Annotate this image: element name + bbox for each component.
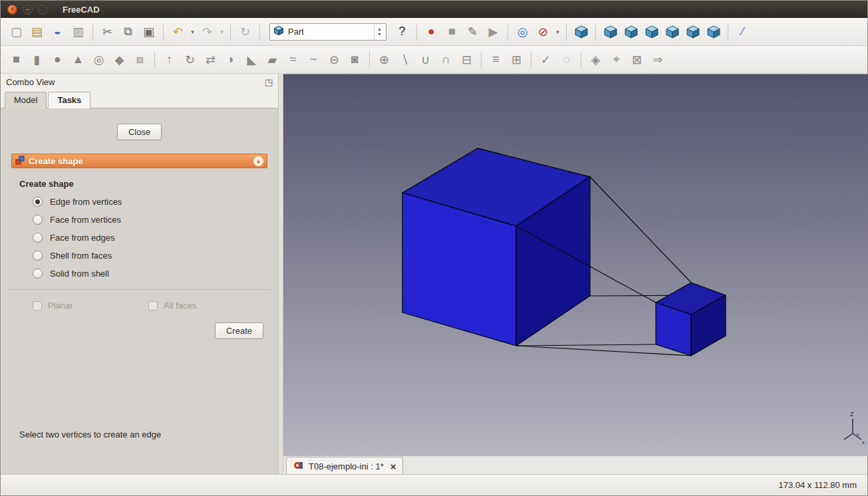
macro-edit-icon[interactable]: ✎ — [462, 22, 483, 42]
3d-viewport[interactable]: Z Y x — [283, 74, 867, 455]
window-minimize-button[interactable]: – — [23, 5, 33, 15]
part-offset-icon[interactable]: ⊖ — [324, 50, 345, 70]
checkbox-label: All faces — [164, 301, 196, 310]
copy-icon[interactable]: ⧉ — [118, 22, 138, 42]
paste-icon[interactable]: ▣ — [138, 22, 159, 42]
toolbar-separator — [416, 23, 417, 41]
toolbar-part: ■▮●▲◎◆⧈↑↻⇄◗◣▰≈~⊖◙⊕∖∪∩⊟≡⊞✓◌◈⌖⊠⇒ — [1, 46, 867, 74]
view-right-icon[interactable] — [641, 22, 662, 42]
open-document-icon[interactable]: ▤ — [27, 22, 47, 42]
toolbar-separator — [507, 23, 508, 41]
part-torus-icon[interactable]: ◎ — [88, 50, 109, 70]
status-bar: 173.04 x 112.80 mm — [1, 474, 867, 495]
redo-icon[interactable]: ↷ — [197, 22, 217, 42]
part-mirror-icon[interactable]: ⇄ — [200, 50, 221, 70]
dock-float-icon[interactable]: ◳ — [265, 77, 273, 87]
print-icon[interactable]: ▥ — [68, 22, 88, 42]
create-button[interactable]: Create — [215, 322, 263, 339]
radio-face-from-vertices[interactable]: Face from vertices — [33, 215, 271, 225]
part-union-icon[interactable]: ∪ — [415, 50, 436, 70]
part-sweep-icon[interactable]: ~ — [303, 50, 324, 70]
part-thickness-icon[interactable]: ◙ — [345, 50, 365, 70]
radio-indicator — [33, 197, 43, 207]
part-primitives-icon[interactable]: ◆ — [109, 50, 130, 70]
close-button[interactable]: Close — [117, 124, 162, 140]
part-shape-builder-icon[interactable]: ⧈ — [130, 50, 150, 70]
radio-shell-from-faces[interactable]: Shell from faces — [33, 251, 271, 261]
view-bottom-icon[interactable] — [682, 22, 703, 42]
save-document-icon[interactable]: ◒ — [47, 22, 68, 42]
axis-y-label: Y — [856, 432, 860, 438]
tab-tasks[interactable]: Tasks — [48, 92, 90, 108]
toolbar-separator — [728, 23, 728, 41]
part-refine-shape-icon[interactable]: ◈ — [585, 50, 606, 70]
radio-edge-from-vertices[interactable]: Edge from vertices — [33, 197, 271, 207]
checkbox-planar[interactable]: Planar — [33, 301, 148, 310]
refresh-icon[interactable]: ↻ — [235, 22, 255, 42]
part-loft-icon[interactable]: ≈ — [283, 50, 303, 70]
part-migrate-sketch-icon[interactable]: ⇒ — [647, 50, 668, 70]
document-tab-close-icon[interactable]: × — [390, 461, 396, 472]
toolbar-part-group: ■▮●▲◎◆⧈↑↻⇄◗◣▰≈~⊖◙⊕∖∪∩⊟≡⊞✓◌◈⌖⊠⇒ — [6, 50, 668, 70]
separator-line — [9, 289, 270, 290]
radio-solid-from-shell[interactable]: Solid from shell — [33, 269, 271, 279]
workbench-part-icon — [273, 25, 284, 38]
part-extrude-icon[interactable]: ↑ — [159, 50, 180, 70]
part-revolve-icon[interactable]: ↻ — [180, 50, 200, 70]
new-document-icon[interactable]: ▢ — [6, 22, 27, 42]
part-fillet-icon[interactable]: ◗ — [221, 50, 241, 70]
draw-style-dropdown-icon[interactable]: ▾ — [553, 22, 562, 42]
part-edit-attachment-icon[interactable]: ⌖ — [606, 50, 627, 70]
undo-icon[interactable]: ↶ — [168, 22, 188, 42]
toolbar-separator — [163, 23, 164, 41]
radio-face-from-edges[interactable]: Face from edges — [33, 233, 271, 243]
redo-dropdown-icon[interactable]: ▾ — [217, 22, 226, 42]
cut-icon[interactable]: ✂ — [97, 22, 118, 42]
tasks-panel: Close Create shape ▲ Create shape Edge f… — [1, 108, 278, 474]
document-tab[interactable]: T08-ejemplo-ini : 1* × — [286, 457, 403, 475]
window-maximize-button[interactable] — [38, 5, 48, 15]
radio-indicator — [33, 233, 43, 243]
part-box-icon[interactable]: ■ — [6, 50, 27, 70]
part-section-icon[interactable]: ⊟ — [456, 50, 477, 70]
part-boolean-icon[interactable]: ⊕ — [374, 50, 394, 70]
tab-model[interactable]: Model — [5, 92, 47, 108]
window-title: FreeCAD — [63, 5, 100, 15]
part-explode-compound-icon[interactable]: ⊠ — [627, 50, 647, 70]
view-top-icon[interactable] — [621, 22, 641, 42]
create-shape-section-title: Create shape — [19, 179, 271, 189]
macro-execute-icon[interactable]: ▶ — [483, 22, 504, 42]
window-close-button[interactable]: × — [7, 5, 17, 15]
part-cross-sections-icon[interactable]: ≡ — [486, 50, 506, 70]
workbench-selector[interactable]: Part ▲▼ — [269, 23, 386, 41]
part-ruled-surface-icon[interactable]: ▰ — [262, 50, 283, 70]
create-shape-header[interactable]: Create shape ▲ — [11, 154, 267, 168]
draw-style-icon[interactable]: ⊘ — [533, 22, 553, 42]
fit-all-icon[interactable]: ◎ — [512, 22, 533, 42]
undo-dropdown-icon[interactable]: ▾ — [188, 22, 197, 42]
toolbar-separator — [566, 23, 567, 41]
part-defeaturing-icon[interactable]: ◌ — [556, 50, 577, 70]
part-intersection-icon[interactable]: ∩ — [436, 50, 456, 70]
checkbox-all-faces[interactable]: All faces — [148, 301, 196, 310]
view-left-icon[interactable] — [703, 22, 724, 42]
view-axonometric-icon[interactable] — [571, 22, 591, 42]
view-front-icon[interactable] — [600, 22, 621, 42]
part-sphere-icon[interactable]: ● — [47, 50, 68, 70]
combo-view-titlebar: Combo View ◳ — [1, 74, 278, 90]
part-chamfer-icon[interactable]: ◣ — [241, 50, 262, 70]
whats-this-icon[interactable]: ? — [392, 22, 412, 42]
view-rear-icon[interactable] — [662, 22, 682, 42]
part-cone-icon[interactable]: ▲ — [68, 50, 88, 70]
macro-stop-icon[interactable]: ■ — [442, 22, 462, 42]
workbench-spinner[interactable]: ▲▼ — [374, 24, 384, 40]
options-row: Planar All faces — [33, 301, 271, 310]
macro-record-icon[interactable]: ● — [421, 22, 442, 42]
part-check-geometry-icon[interactable]: ✓ — [535, 50, 556, 70]
part-cut-icon[interactable]: ∖ — [394, 50, 415, 70]
part-compound-icon[interactable]: ⊞ — [506, 50, 527, 70]
measure-distance-icon[interactable]: ∕ — [732, 22, 753, 42]
dock-splitter[interactable] — [279, 74, 283, 474]
collapse-panel-icon[interactable]: ▲ — [253, 156, 263, 166]
part-cylinder-icon[interactable]: ▮ — [27, 50, 47, 70]
